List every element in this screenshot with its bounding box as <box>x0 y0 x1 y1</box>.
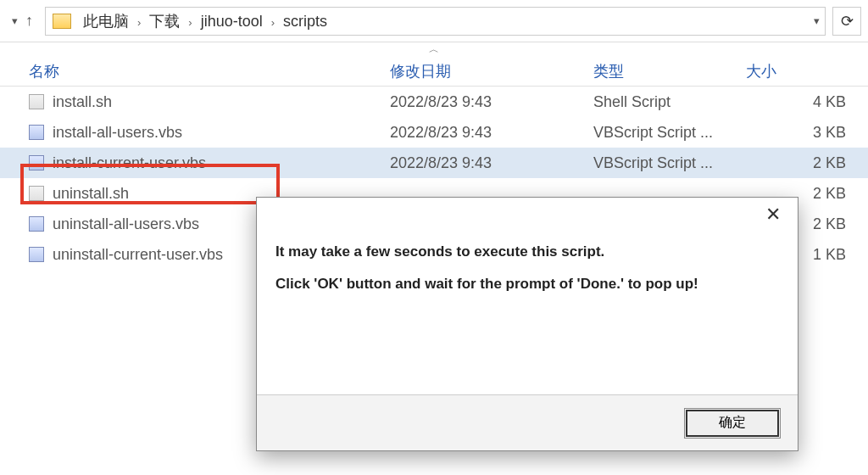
file-date: 2022/8/23 9:43 <box>390 124 593 142</box>
dialog-text-line2: Click 'OK' button and wait for the promp… <box>275 276 779 293</box>
column-collapse-icon[interactable]: ︿ <box>0 42 868 56</box>
address-dropdown-icon[interactable]: ▾ <box>814 14 820 27</box>
column-header-row: 名称 修改日期 类型 大小 <box>0 56 868 87</box>
file-size: 3 KB <box>746 124 868 142</box>
breadcrumb-此电脑[interactable]: 此电脑 <box>80 13 132 30</box>
close-icon[interactable]: ✕ <box>757 200 789 229</box>
breadcrumb-下载[interactable]: 下载 <box>146 13 183 30</box>
file-size: 4 KB <box>746 93 868 111</box>
vbs-file-icon <box>29 155 44 170</box>
file-name: install.sh <box>53 93 112 111</box>
vbs-file-icon <box>29 247 44 262</box>
column-header-date[interactable]: 修改日期 <box>390 61 593 81</box>
file-size: 2 KB <box>746 154 868 172</box>
file-date: 2022/8/23 9:43 <box>390 93 593 111</box>
file-row[interactable]: install-current-user.vbs2022/8/23 9:43VB… <box>0 148 868 178</box>
breadcrumb-separator-icon: › <box>266 16 280 29</box>
file-row[interactable]: install-all-users.vbs2022/8/23 9:43VBScr… <box>0 117 868 148</box>
history-dropdown-icon[interactable]: ▾ <box>7 14 22 27</box>
breadcrumb-separator-icon: › <box>183 16 197 29</box>
file-name: install-all-users.vbs <box>53 124 182 142</box>
file-date: 2022/8/23 9:43 <box>390 154 593 172</box>
file-name: uninstall-all-users.vbs <box>53 215 199 233</box>
vbs-file-icon <box>29 216 44 232</box>
dialog-text-line1: It may take a few seconds to execute thi… <box>275 243 779 260</box>
refresh-button[interactable]: ⟳ <box>832 7 861 36</box>
address-toolbar: ▾ ↑ 此电脑›下载›jihuo-tool›scripts ▾ ⟳ <box>0 0 868 42</box>
sh-file-icon <box>29 94 44 109</box>
file-row[interactable]: install.sh2022/8/23 9:43Shell Script4 KB <box>0 87 868 117</box>
breadcrumb-jihuo-tool[interactable]: jihuo-tool <box>198 13 266 30</box>
column-header-size[interactable]: 大小 <box>746 61 868 81</box>
address-bar[interactable]: 此电脑›下载›jihuo-tool›scripts ▾ <box>45 7 826 36</box>
column-header-type[interactable]: 类型 <box>593 61 746 81</box>
file-type: VBScript Script ... <box>593 124 746 142</box>
file-type: VBScript Script ... <box>593 154 746 172</box>
vbs-file-icon <box>29 125 44 140</box>
file-name: uninstall-current-user.vbs <box>53 246 223 264</box>
up-one-level-icon[interactable]: ↑ <box>25 12 33 30</box>
ok-button[interactable]: 确定 <box>686 410 779 437</box>
breadcrumb-separator-icon: › <box>132 16 146 29</box>
script-confirm-dialog: ✕ It may take a few seconds to execute t… <box>256 197 798 451</box>
file-type: Shell Script <box>593 93 746 111</box>
sh-file-icon <box>29 186 44 201</box>
column-header-name[interactable]: 名称 <box>0 61 390 81</box>
file-name: uninstall.sh <box>53 185 129 203</box>
breadcrumb-scripts[interactable]: scripts <box>280 13 331 30</box>
folder-icon <box>53 14 71 29</box>
file-name: install-current-user.vbs <box>53 154 206 172</box>
